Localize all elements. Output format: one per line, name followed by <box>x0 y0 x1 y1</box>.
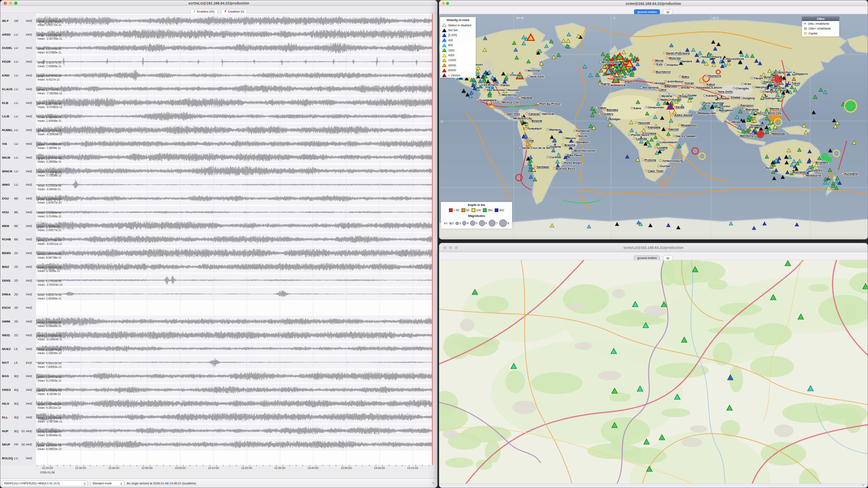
trace-row-VIA[interactable]: VIALUHHZamax: 1.40295e-06mean: -1.8839e-… <box>0 137 433 151</box>
trace-row-NEUF[interactable]: NEUFFR00HHZamax: 1.65641e-06mean: 9.0582… <box>0 437 433 451</box>
waveform <box>36 219 433 232</box>
scmv-titlebar[interactable]: scmv@192.168.64.21/production <box>439 0 868 6</box>
tab-disabled-label: Disabled (0) <box>228 10 244 13</box>
waveform <box>36 438 433 451</box>
trace-row-RCHB[interactable]: RCHBBEHHZamax: 1.37938e-06mean: -5.09211… <box>0 233 433 246</box>
event-circle-icon[interactable] <box>757 131 764 138</box>
trace-row-KIND[interactable]: KINDLUHHZamax: 3.07079e-06mean: 4.9117e-… <box>0 68 433 82</box>
edit-icon[interactable]: ✎ <box>862 484 864 487</box>
svg-text:Novosibirsk: Novosibirsk <box>727 57 745 61</box>
trace-row-ARSD[interactable]: ARSDLUHHZamax: 1.23765e-06mean: -2.60755… <box>0 28 433 41</box>
location-code: 01 <box>21 429 25 433</box>
tab-disabled[interactable]: ✘Disabled (0) <box>221 9 247 14</box>
city-label: Yaounde <box>635 121 650 125</box>
event-circle-icon[interactable] <box>846 101 855 111</box>
trace-row-RUMEL[interactable]: RUMELLUHHZamax: 2.00012e-06mean: -4.5990… <box>0 123 433 137</box>
city-label: Ho Chi Minh City <box>755 111 782 115</box>
trace-row-DREA[interactable]: DREA2DHHZamax: 9.89517e-06mean: 1.65369e… <box>0 287 433 301</box>
svg-text:Abidjan: Abidjan <box>609 117 621 121</box>
cities-legend-item: Capital <box>802 31 839 36</box>
depth-legend-title: Depth in km <box>441 202 512 208</box>
trace-row-BEMS[interactable]: BEMS2DHHZamax: 1.35632e-06mean: 8.66738e… <box>0 246 433 260</box>
trace-row-RIVT[interactable]: RIVTLEEHZamax: 4.55023e-06mean: 7.83953e… <box>0 356 433 369</box>
station-triangle-icon[interactable] <box>808 386 813 391</box>
trace-row-WMG[interactable]: WMGLUHHZamax: 5.20522e-06mean: -4.5643e-… <box>0 178 433 191</box>
triangle-swatch-icon <box>442 63 447 67</box>
trace-row-KLL[interactable]: KLLBQHHZamax: 1.30235e-06mean: -2.55708e… <box>0 410 433 424</box>
trace-row-ESCH[interactable]: ESCH2DHHZ <box>0 301 433 315</box>
magnitude-legend-item: 5 <box>470 221 477 226</box>
trace-row-BINZ[interactable]: BINZ2DHHZamax: 1.48201e-06mean: 3.7826e-… <box>0 260 433 274</box>
network-code: GE <box>14 19 19 22</box>
trace-row-FDGR[interactable]: FDGRLUHHZamax: 3.36917e-05mean: 7.00669e… <box>0 55 433 68</box>
network-code: BQ <box>14 388 19 392</box>
station-triangle-icon[interactable] <box>727 405 732 410</box>
svg-text:Changsha: Changsha <box>763 90 778 93</box>
trace-row-WLF[interactable]: WLFGEHHZamax: 1.43576e-06mean: 1.90172e-… <box>0 14 433 28</box>
svg-text:Pointe-Noire: Pointe-Noire <box>631 133 649 137</box>
edit-icon[interactable]: ✎ <box>432 482 435 485</box>
regional-titlebar[interactable]: scmvLU@192.168.64.21/production <box>439 243 868 252</box>
mode-dropdown[interactable]: Standard mode ▲▼ <box>90 480 124 486</box>
svg-text:Los Angeles: Los Angeles <box>482 83 500 87</box>
status-message: An origin arrived at 2026-01-08 14:45:22… <box>127 482 196 485</box>
svg-text:Casablanca: Casablanca <box>608 83 626 87</box>
trace-row-LILIE[interactable]: LILIELUHHZamax: 3.98949e-06mean: 1.40508… <box>0 110 433 123</box>
trace-row-WILW[interactable]: WILWLUHHZamax: 1.49973e-06mean: 4.28558e… <box>0 151 433 164</box>
trace-row-KLAUS[interactable]: KLAUSLUHHZamax: 1.771e-06mean: -7.28256e… <box>0 82 433 96</box>
trace-row-WINCR[interactable]: WINCRLUHHZamax: 1.13926e-06mean: 7.73538… <box>0 164 433 178</box>
channel-code: HHZ <box>26 128 32 132</box>
station-triangle-icon[interactable] <box>644 439 649 444</box>
filter-dropdown[interactable]: RMHP(10)>>ITAPER(30)>>BW(4,0.02,19.9) ▲▼ <box>2 480 88 486</box>
trace-row-HUP[interactable]: HUPBQ01HHZamax: 1.29259e-06mean: 5.95446… <box>0 424 433 438</box>
channel-code: HHZ <box>26 374 32 378</box>
trace-row-DUDEL[interactable]: DUDELLUHHZamax: 7.51593e-06mean: 8.07885… <box>0 41 433 55</box>
trace-row-HILG[interactable]: HILGBQHHZamax: 1.43609e-06mean: 9.35111e… <box>0 397 433 410</box>
svg-text:Lubumbashi: Lubumbashi <box>660 140 678 144</box>
tab-enabled[interactable]: ✔Enabled (33) <box>190 9 218 14</box>
mode-value: Standard mode <box>92 482 112 485</box>
scrttv-titlebar[interactable]: scrttvLU@192.168.64.21/production <box>0 0 437 6</box>
magnitude-legend-item: 3 <box>455 222 461 225</box>
regional-map[interactable] <box>439 260 868 484</box>
city-label: Tashkent <box>706 74 721 78</box>
trace-row-BGG[interactable]: BGGBQHHZamax: 1.34593e-06mean: 9.27833e-… <box>0 369 433 383</box>
city-label: Manaus <box>547 128 561 132</box>
network-code: LU <box>14 87 18 91</box>
trace-row-HIMM[interactable]: HIMM2DHHZamax: 2.56808e-06mean: 5.56665e… <box>0 314 433 328</box>
channel-code: HHZ <box>26 155 32 159</box>
waveform <box>36 424 433 437</box>
magnitude-legend-item: 7 <box>489 220 498 227</box>
station-triangle-icon[interactable] <box>659 435 665 440</box>
trace-row-KLB[interactable]: KLBLUHHZamax: 1.38374e-06mean: -4.07582e… <box>0 96 433 110</box>
trace-row-MUEZ[interactable]: MUEZLEHHZamax: 2.22884e-06mean: 1.43926e… <box>0 342 433 356</box>
station-triangle-icon[interactable] <box>785 261 791 266</box>
time-tick-label: 12:30:00 <box>75 467 86 469</box>
svg-text:Kolkata: Kolkata <box>718 97 729 100</box>
trace-row-HOU[interactable]: HOUBEHHZamax: 3.70353e-06mean: 3.21496e-… <box>0 205 433 219</box>
svg-text:90 E: 90 E <box>713 16 719 20</box>
velocity-legend-item: Station is disabled <box>440 23 476 28</box>
svg-text:Auckland: Auckland <box>844 172 858 176</box>
trace-row-DOU[interactable]: DOUBEHHZamax: 1.64064e-06mean: 1.61527e-… <box>0 191 433 205</box>
tab-qc-label: qc <box>666 10 670 14</box>
trace-row-DREG[interactable]: DREGBQHHZamax: 1.29854e-06mean: -6.1619e… <box>0 383 433 397</box>
trace-row-MEM[interactable]: MEMBEHHZamax: 1.3845e-06mean: 2.00577e-1… <box>0 219 433 233</box>
trace-row-WEID[interactable]: WEID2DHHZamax: 1.23353e-06mean: -3.16964… <box>0 328 433 342</box>
network-code: BQ <box>14 401 19 405</box>
svg-text:Luanda: Luanda <box>636 137 647 140</box>
svg-text:Bandung: Bandung <box>740 134 753 138</box>
city-label: Caracas <box>526 112 540 116</box>
network-code: LU <box>14 169 18 173</box>
channel-code: HHZ <box>26 210 32 214</box>
svg-text:Valencia: Valencia <box>542 112 554 116</box>
city-label: Karachi <box>704 94 717 98</box>
channel-code: HHZ <box>26 278 32 282</box>
network-code: 2D <box>14 278 18 282</box>
trace-row-DENS[interactable]: DENS2DHHZamax: 9.17833e-06mean: -2.00024… <box>0 274 433 287</box>
city-label: Makassar <box>769 132 785 136</box>
channel-code: HHZ <box>26 142 32 145</box>
svg-text:Mexico City: Mexico City <box>502 100 519 104</box>
trace-row-BOLDQ[interactable]: BOLDQLUHHZ <box>0 451 433 465</box>
city-label: New Delhi <box>716 90 733 93</box>
